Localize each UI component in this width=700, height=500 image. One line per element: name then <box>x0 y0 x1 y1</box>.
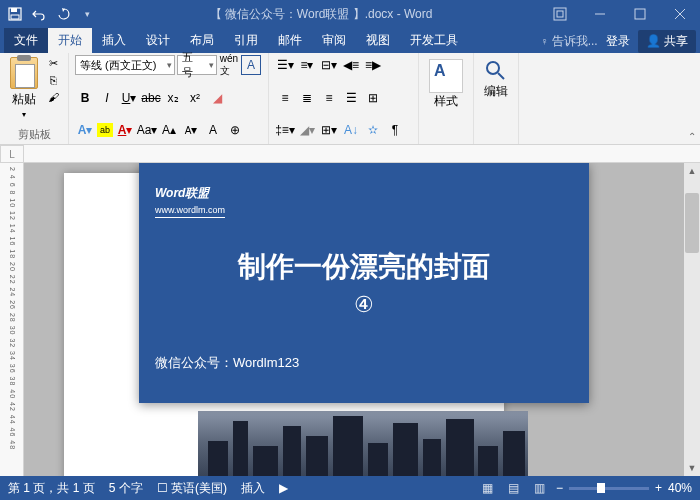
cover-overlay: Word联盟 www.wordlm.com 制作一份漂亮的封面 ④ 微信公众号：… <box>139 163 589 403</box>
tab-home[interactable]: 开始 <box>48 28 92 53</box>
text-effects-button[interactable]: A▾ <box>75 120 95 140</box>
tab-view[interactable]: 视图 <box>356 28 400 53</box>
clear-format-button[interactable]: ◢ <box>207 88 227 108</box>
tab-references[interactable]: 引用 <box>224 28 268 53</box>
zoom-in-button[interactable]: + <box>655 481 662 495</box>
print-layout-button[interactable]: ▤ <box>504 480 524 496</box>
minimize-button[interactable] <box>580 0 620 28</box>
document-area: 2 4 6 8 10 12 14 16 18 20 22 24 26 28 30… <box>0 163 700 476</box>
paragraph-marks-button[interactable]: ¶ <box>385 120 405 140</box>
font-group: 等线 (西文正文) 五号 wén文 A B I U▾ abc x₂ x² ◢ A… <box>69 53 269 144</box>
clipboard-group: 粘贴 ▾ ✂ ⎘ 🖌 剪贴板 <box>0 53 69 144</box>
paste-button[interactable]: 粘贴 ▾ <box>6 55 42 121</box>
insert-mode[interactable]: 插入 <box>241 480 265 497</box>
page-container[interactable]: Word联盟 www.wordlm.com 制作一份漂亮的封面 ④ 微信公众号：… <box>24 163 700 476</box>
ribbon-tabs: 文件 开始 插入 设计 布局 引用 邮件 审阅 视图 开发工具 ♀ 告诉我...… <box>0 28 700 53</box>
highlight-button[interactable]: ab <box>97 123 113 137</box>
undo-button[interactable] <box>28 3 50 25</box>
char-border-button[interactable]: A <box>241 55 261 75</box>
web-layout-button[interactable]: ▥ <box>530 480 550 496</box>
share-button[interactable]: 👤 共享 <box>638 30 696 53</box>
status-bar: 第 1 页，共 1 页 5 个字 ☐ 英语(美国) 插入 ▶ ▦ ▤ ▥ − +… <box>0 476 700 500</box>
shading-button[interactable]: ◢▾ <box>297 120 317 140</box>
quick-access-toolbar: ▾ <box>0 3 102 25</box>
char-shading-button[interactable]: ⊕ <box>225 120 245 140</box>
read-mode-button[interactable]: ▦ <box>478 480 498 496</box>
macro-status[interactable]: ▶ <box>279 481 288 495</box>
page-count[interactable]: 第 1 页，共 1 页 <box>8 480 95 497</box>
font-size-combo[interactable]: 五号 <box>177 55 217 75</box>
tab-review[interactable]: 审阅 <box>312 28 356 53</box>
save-button[interactable] <box>4 3 26 25</box>
tab-insert[interactable]: 插入 <box>92 28 136 53</box>
styles-button[interactable]: 样式 <box>425 55 467 114</box>
find-icon <box>484 59 508 83</box>
cut-button[interactable]: ✂ <box>44 55 62 71</box>
enclose-char-button[interactable]: A <box>203 120 223 140</box>
collapse-ribbon-button[interactable]: ⌃ <box>688 131 696 142</box>
scroll-down-button[interactable]: ▼ <box>684 460 700 476</box>
distribute-button[interactable]: ⊞ <box>363 88 383 108</box>
close-button[interactable] <box>660 0 700 28</box>
paste-icon <box>10 57 38 89</box>
qat-customize[interactable]: ▾ <box>76 3 98 25</box>
italic-button[interactable]: I <box>97 88 117 108</box>
title-bar: ▾ 【 微信公众号：Word联盟 】.docx - Word <box>0 0 700 28</box>
cover-logo: Word联盟 <box>155 179 573 202</box>
cover-number: ④ <box>155 292 573 318</box>
word-count[interactable]: 5 个字 <box>109 480 143 497</box>
tab-file[interactable]: 文件 <box>4 28 48 53</box>
ruler-corner[interactable]: L <box>0 145 24 163</box>
zoom-level[interactable]: 40% <box>668 481 692 495</box>
tab-developer[interactable]: 开发工具 <box>400 28 468 53</box>
format-painter-button[interactable]: 🖌 <box>44 89 62 105</box>
show-marks-button[interactable]: ✫ <box>363 120 383 140</box>
align-right-button[interactable]: ≡ <box>319 88 339 108</box>
align-center-button[interactable]: ≣ <box>297 88 317 108</box>
line-spacing-button[interactable]: ‡≡▾ <box>275 120 295 140</box>
vertical-ruler[interactable]: 2 4 6 8 10 12 14 16 18 20 22 24 26 28 30… <box>0 163 24 476</box>
vertical-scrollbar[interactable]: ▲ ▼ <box>684 163 700 476</box>
align-left-button[interactable]: ≡ <box>275 88 295 108</box>
cover-image <box>198 411 528 476</box>
maximize-button[interactable] <box>620 0 660 28</box>
justify-button[interactable]: ☰ <box>341 88 361 108</box>
borders-button[interactable]: ⊞▾ <box>319 120 339 140</box>
scroll-up-button[interactable]: ▲ <box>684 163 700 179</box>
superscript-button[interactable]: x² <box>185 88 205 108</box>
login-button[interactable]: 登录 <box>606 33 630 50</box>
editing-button[interactable]: 编辑 <box>480 55 512 104</box>
phonetic-guide-button[interactable]: wén文 <box>219 55 239 75</box>
tab-mailings[interactable]: 邮件 <box>268 28 312 53</box>
zoom-out-button[interactable]: − <box>556 481 563 495</box>
numbering-button[interactable]: ≡▾ <box>297 55 317 75</box>
change-case-button[interactable]: Aa▾ <box>137 120 157 140</box>
redo-button[interactable] <box>52 3 74 25</box>
underline-button[interactable]: U▾ <box>119 88 139 108</box>
help-button[interactable] <box>540 0 580 28</box>
subscript-button[interactable]: x₂ <box>163 88 183 108</box>
zoom-slider[interactable] <box>569 487 649 490</box>
svg-point-9 <box>487 62 499 74</box>
copy-button[interactable]: ⎘ <box>44 72 62 88</box>
ribbon: 粘贴 ▾ ✂ ⎘ 🖌 剪贴板 等线 (西文正文) 五号 wén文 A B I U… <box>0 53 700 145</box>
horizontal-ruler[interactable] <box>24 145 700 163</box>
scroll-thumb[interactable] <box>685 193 699 253</box>
cover-title: 制作一份漂亮的封面 <box>155 248 573 286</box>
sort-button[interactable]: A↓ <box>341 120 361 140</box>
language-status[interactable]: ☐ 英语(美国) <box>157 480 227 497</box>
decrease-indent-button[interactable]: ◀≡ <box>341 55 361 75</box>
tell-me[interactable]: ♀ 告诉我... <box>540 33 597 50</box>
window-controls <box>540 0 700 28</box>
increase-indent-button[interactable]: ≡▶ <box>363 55 383 75</box>
strikethrough-button[interactable]: abc <box>141 88 161 108</box>
clipboard-label: 剪贴板 <box>6 127 62 142</box>
tab-design[interactable]: 设计 <box>136 28 180 53</box>
shrink-font-button[interactable]: A▾ <box>181 120 201 140</box>
bold-button[interactable]: B <box>75 88 95 108</box>
grow-font-button[interactable]: A▴ <box>159 120 179 140</box>
font-name-combo[interactable]: 等线 (西文正文) <box>75 55 175 75</box>
font-color-button[interactable]: A▾ <box>115 120 135 140</box>
multilevel-button[interactable]: ⊟▾ <box>319 55 339 75</box>
bullets-button[interactable]: ☰▾ <box>275 55 295 75</box>
